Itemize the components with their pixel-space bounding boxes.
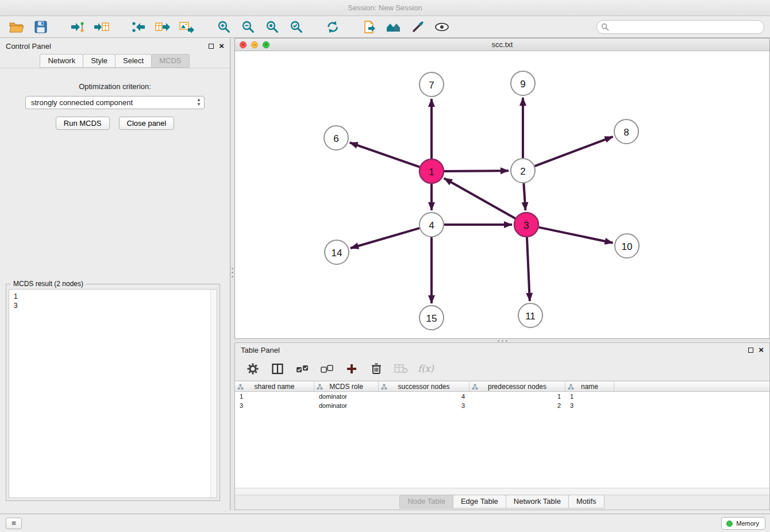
- table-row[interactable]: 3 dominator 3 2 3: [235, 401, 769, 410]
- cell-name[interactable]: 1: [565, 392, 614, 401]
- graph-node-9[interactable]: 9: [511, 71, 535, 95]
- zoom-out-button[interactable]: [237, 18, 259, 36]
- graph-edge-3-11[interactable]: [527, 237, 530, 301]
- graph-node-15[interactable]: 15: [419, 306, 444, 330]
- select-all-columns-button[interactable]: [295, 361, 310, 376]
- column-header-successor-nodes[interactable]: successor nodes: [379, 381, 469, 391]
- show-hide-button[interactable]: [431, 18, 453, 36]
- cell-successor-nodes[interactable]: 3: [379, 401, 469, 410]
- tab-mcds[interactable]: MCDS: [151, 54, 189, 68]
- zoom-in-button[interactable]: [213, 18, 234, 36]
- cell-shared-name[interactable]: 1: [235, 392, 314, 401]
- status-bar: ≡ Memory: [0, 514, 770, 532]
- zoom-fit-button[interactable]: [261, 18, 283, 36]
- tab-edge-table[interactable]: Edge Table: [453, 495, 506, 508]
- cell-predecessor-nodes[interactable]: 1: [469, 392, 565, 401]
- table-horizontal-scrollbar[interactable]: [235, 488, 769, 495]
- mcds-result-box[interactable]: 1 3: [9, 289, 217, 498]
- window-close-icon[interactable]: ×: [240, 41, 247, 48]
- graph-edge-1-2[interactable]: [444, 171, 509, 171]
- export-table-button[interactable]: [152, 18, 174, 36]
- export-network-button[interactable]: [128, 18, 149, 36]
- close-panel-icon[interactable]: ×: [219, 43, 224, 49]
- graph-edge-4-14[interactable]: [351, 228, 419, 248]
- cell-successor-nodes[interactable]: 4: [379, 392, 469, 401]
- column-header-shared-name[interactable]: shared name: [235, 381, 314, 391]
- graph-node-10[interactable]: 10: [615, 234, 639, 258]
- network-graph[interactable]: 7968124314101511: [235, 51, 769, 338]
- window-zoom-icon[interactable]: +: [263, 41, 270, 48]
- float-panel-icon[interactable]: [209, 44, 214, 49]
- splitter-handle[interactable]: [498, 340, 513, 342]
- save-session-button[interactable]: [30, 18, 52, 36]
- tab-select[interactable]: Select: [115, 54, 152, 68]
- zoom-selected-button[interactable]: [285, 18, 307, 36]
- create-column-button[interactable]: [344, 361, 359, 376]
- graph-node-11[interactable]: 11: [518, 303, 542, 327]
- network-overview-button[interactable]: [383, 18, 405, 36]
- graph-edge-2-3[interactable]: [523, 183, 525, 210]
- svg-text:2: 2: [520, 166, 525, 177]
- paint-style-button[interactable]: [407, 18, 429, 36]
- open-session-button[interactable]: [6, 18, 28, 36]
- graph-node-4[interactable]: 4: [419, 213, 444, 237]
- graph-node-3[interactable]: 3: [514, 213, 538, 237]
- graph-node-1[interactable]: 1: [419, 159, 444, 183]
- tab-style[interactable]: Style: [83, 54, 116, 68]
- deselect-all-columns-button[interactable]: [319, 361, 334, 376]
- tab-node-table[interactable]: Node Table: [399, 495, 453, 508]
- graph-edge-2-8[interactable]: [535, 137, 613, 166]
- graph-edge-3-10[interactable]: [539, 228, 613, 243]
- function-builder-button[interactable]: f(x): [418, 361, 433, 376]
- network-window-title: scc.txt: [235, 38, 769, 51]
- import-network-button[interactable]: [67, 18, 88, 36]
- cell-predecessor-nodes[interactable]: 2: [469, 401, 565, 410]
- column-header-name[interactable]: name: [565, 381, 614, 391]
- delete-table-button[interactable]: [394, 361, 409, 376]
- memory-button[interactable]: Memory: [721, 517, 765, 530]
- tab-network-table[interactable]: Network Table: [506, 495, 569, 508]
- graph-node-7[interactable]: 7: [419, 72, 444, 97]
- export-image-button[interactable]: [176, 18, 198, 36]
- columns-icon: [272, 363, 283, 375]
- network-window-titlebar[interactable]: × − + scc.txt: [235, 38, 769, 51]
- close-panel-button[interactable]: Close panel: [119, 117, 175, 130]
- cell-shared-name[interactable]: 3: [235, 401, 314, 410]
- select-stepper-icon: ▲▼: [197, 98, 201, 107]
- table-settings-button[interactable]: [245, 361, 260, 376]
- column-header-mcds-role[interactable]: MCDS role: [314, 381, 379, 391]
- cell-name[interactable]: 3: [565, 401, 614, 410]
- splitter-handle[interactable]: [232, 268, 233, 283]
- delete-column-button[interactable]: [369, 361, 384, 376]
- run-mcds-button[interactable]: Run MCDS: [56, 117, 110, 130]
- tab-network[interactable]: Network: [40, 54, 83, 68]
- graph-node-14[interactable]: 14: [325, 240, 349, 264]
- close-panel-icon[interactable]: ×: [759, 346, 764, 353]
- panel-splitter-vertical[interactable]: [230, 38, 234, 510]
- graph-node-6[interactable]: 6: [324, 126, 348, 150]
- cell-mcds-role[interactable]: dominator: [314, 401, 379, 410]
- graph-edge-3-1[interactable]: [444, 178, 515, 218]
- column-layout-button[interactable]: [270, 361, 285, 376]
- refresh-group: [322, 18, 344, 36]
- import-table-button[interactable]: [91, 18, 113, 36]
- refresh-layout-button[interactable]: [322, 18, 344, 36]
- optimization-select[interactable]: strongly connected component ▲▼: [25, 96, 205, 109]
- result-scrollbar[interactable]: [210, 290, 217, 498]
- network-canvas[interactable]: 7968124314101511: [235, 51, 769, 338]
- float-panel-icon[interactable]: [748, 348, 753, 353]
- table-row[interactable]: 1 dominator 4 1 1: [235, 392, 769, 401]
- tab-motifs[interactable]: Motifs: [568, 495, 605, 508]
- svg-text:1: 1: [429, 167, 434, 178]
- column-header-predecessor-nodes[interactable]: predecessor nodes: [469, 381, 565, 391]
- graph-node-8[interactable]: 8: [614, 119, 638, 144]
- panel-menu-button[interactable]: ≡: [6, 518, 22, 529]
- window-minimize-icon[interactable]: −: [251, 41, 258, 48]
- graph-edge-1-6[interactable]: [350, 142, 420, 167]
- export-group: [128, 18, 198, 36]
- cell-mcds-role[interactable]: dominator: [314, 392, 379, 401]
- export-document-button[interactable]: [359, 18, 380, 36]
- search-input[interactable]: [596, 20, 764, 34]
- graph-node-2[interactable]: 2: [511, 159, 535, 183]
- cell-filler: [614, 392, 769, 401]
